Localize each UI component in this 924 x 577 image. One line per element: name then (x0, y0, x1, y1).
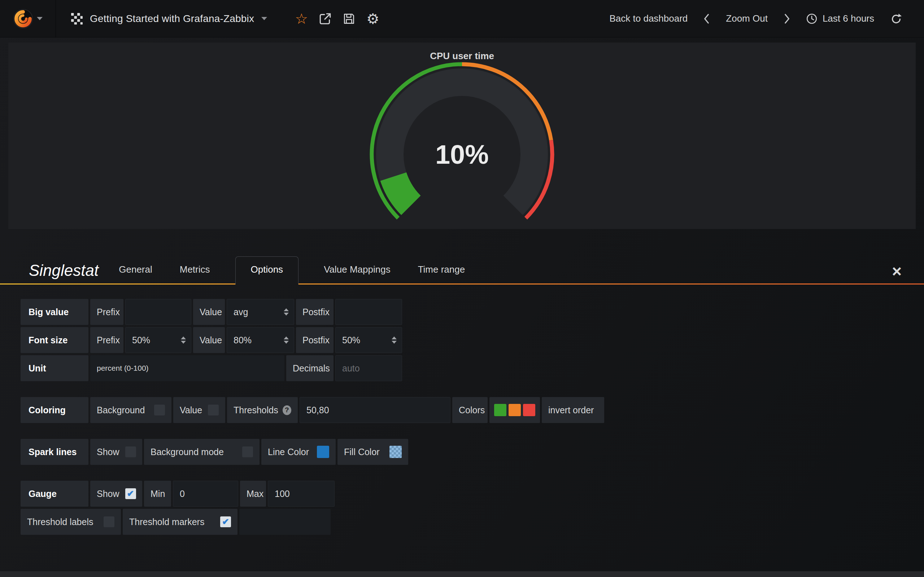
empty-cell (239, 509, 331, 535)
coloring-group: Coloring Background Value Thresholds ? (21, 397, 924, 423)
gauge-row: Gauge Show Min Max (21, 481, 924, 507)
back-to-dashboard-button[interactable]: Back to dashboard (610, 13, 688, 24)
decimals-input[interactable] (335, 355, 402, 381)
prefix-label: Prefix (90, 299, 123, 325)
dashboard-title-button[interactable]: Getting Started with Grafana-Zabbix (56, 0, 283, 37)
options-form: Big value Prefix Value avg Postfix Font … (0, 299, 924, 535)
gauge-group: Gauge Show Min Max Threshold labels (21, 481, 924, 535)
tab-time-range[interactable]: Time range (416, 264, 467, 285)
navbar: Getting Started with Grafana-Zabbix ☆ (0, 0, 924, 37)
help-icon[interactable]: ? (283, 405, 291, 415)
dashboard-title: Getting Started with Grafana-Zabbix (90, 13, 254, 24)
editor-panel-type: Singlestat (29, 261, 99, 285)
spark-lines-row: Spark lines Show Background mode Line Co… (21, 439, 924, 465)
threshold-markers-cell: Threshold markers (123, 509, 237, 535)
invert-order-button[interactable]: invert order (542, 397, 604, 423)
background-checkbox[interactable] (154, 405, 165, 416)
threshold-color-swatch-2[interactable] (509, 404, 521, 416)
gauge-show-cell: Show (90, 481, 142, 507)
colors-swatches-cell (489, 397, 540, 423)
chevron-down-icon (261, 17, 267, 20)
zoom-out-button[interactable]: Zoom Out (726, 13, 768, 24)
tab-metrics[interactable]: Metrics (178, 264, 212, 285)
refresh-button[interactable] (890, 13, 902, 25)
sparkline-show-checkbox[interactable] (125, 446, 136, 457)
star-button[interactable]: ☆ (289, 0, 313, 37)
line-color-cell: Line Color (261, 439, 336, 465)
spark-lines-group: Spark lines Show Background mode Line Co… (21, 439, 924, 465)
big-value-postfix-input[interactable] (335, 299, 402, 325)
postfix-size-select[interactable]: 50% (335, 327, 402, 353)
close-editor-button[interactable]: × (892, 263, 901, 279)
thresholds-input[interactable] (300, 397, 451, 423)
share-icon (318, 12, 332, 26)
background-mode-checkbox[interactable] (242, 446, 253, 457)
editor-tabs: General Metrics Options Value Mappings T… (116, 256, 467, 285)
gauge-min-input[interactable] (173, 481, 238, 507)
unit-label: Unit (21, 355, 89, 381)
spark-lines-label: Spark lines (21, 439, 89, 465)
postfix-label: Postfix (296, 327, 333, 353)
value-size-select[interactable]: 80% (227, 327, 294, 353)
line-color-swatch[interactable] (317, 446, 329, 458)
spinner-icon (284, 308, 289, 316)
spinner-icon (181, 337, 186, 344)
chevron-left-icon (703, 13, 710, 24)
fill-color-swatch[interactable] (389, 446, 402, 458)
singlestat-panel: CPU user time 10% (8, 43, 916, 229)
threshold-color-swatch-3[interactable] (523, 404, 535, 416)
value-checkbox[interactable] (208, 405, 219, 416)
threshold-color-swatch-1[interactable] (494, 404, 506, 416)
save-icon (342, 12, 356, 26)
time-shift-right-button[interactable] (783, 13, 790, 24)
save-button[interactable] (337, 0, 361, 37)
time-shift-left-button[interactable] (703, 13, 710, 24)
next-panel-edge (0, 571, 924, 577)
threshold-labels-checkbox[interactable] (103, 516, 115, 527)
value-label: Value (193, 299, 225, 325)
fill-color-cell: Fill Color (338, 439, 408, 465)
colors-label: Colors (452, 397, 488, 423)
postfix-label: Postfix (296, 299, 333, 325)
share-button[interactable] (313, 0, 337, 37)
spinner-icon (392, 337, 397, 344)
coloring-label: Coloring (21, 397, 89, 423)
chevron-right-icon (783, 13, 790, 24)
navbar-actions: ☆ ⚙ (289, 0, 385, 37)
threshold-markers-checkbox[interactable] (220, 516, 231, 527)
gear-icon: ⚙ (366, 11, 380, 26)
threshold-labels-cell: Threshold labels (21, 509, 121, 535)
big-value-prefix-input[interactable] (125, 299, 191, 325)
spinner-icon (284, 337, 289, 344)
value-format-select[interactable]: avg (227, 299, 294, 325)
unit-row: Unit percent (0-100) Decimals (21, 355, 924, 381)
tab-general[interactable]: General (116, 264, 155, 285)
grafana-app: Getting Started with Grafana-Zabbix ☆ (0, 0, 924, 577)
coloring-row: Coloring Background Value Thresholds ? (21, 397, 924, 423)
value-label: Value (193, 327, 225, 353)
dashboard-main: CPU user time 10% Singlestat General Met… (0, 43, 924, 535)
tab-options[interactable]: Options (235, 256, 299, 285)
settings-button[interactable]: ⚙ (361, 0, 385, 37)
gauge-show-checkbox[interactable] (125, 488, 136, 499)
unit-select[interactable]: percent (0-100) (90, 355, 284, 381)
max-label: Max (240, 481, 266, 507)
prefix-size-select[interactable]: 50% (125, 327, 191, 353)
thresholds-label: Thresholds ? (227, 397, 298, 423)
background-mode-cell: Background mode (144, 439, 260, 465)
font-size-label: Font size (21, 327, 89, 353)
gauge-label: Gauge (21, 481, 89, 507)
dashboard-grid-icon (71, 13, 82, 24)
panel-editor: Singlestat General Metrics Options Value… (0, 254, 924, 535)
time-range-button[interactable]: Last 6 hours (806, 13, 874, 24)
grafana-logo-icon (13, 9, 33, 29)
gauge-max-input[interactable] (268, 481, 334, 507)
tab-underline (0, 284, 924, 285)
clock-icon (806, 13, 817, 24)
coloring-value-cell: Value (173, 397, 225, 423)
decimals-label: Decimals (286, 355, 333, 381)
tab-value-mappings[interactable]: Value Mappings (321, 264, 393, 285)
grafana-logo-button[interactable] (0, 0, 56, 37)
chevron-down-icon (37, 17, 43, 20)
prefix-label: Prefix (90, 327, 123, 353)
